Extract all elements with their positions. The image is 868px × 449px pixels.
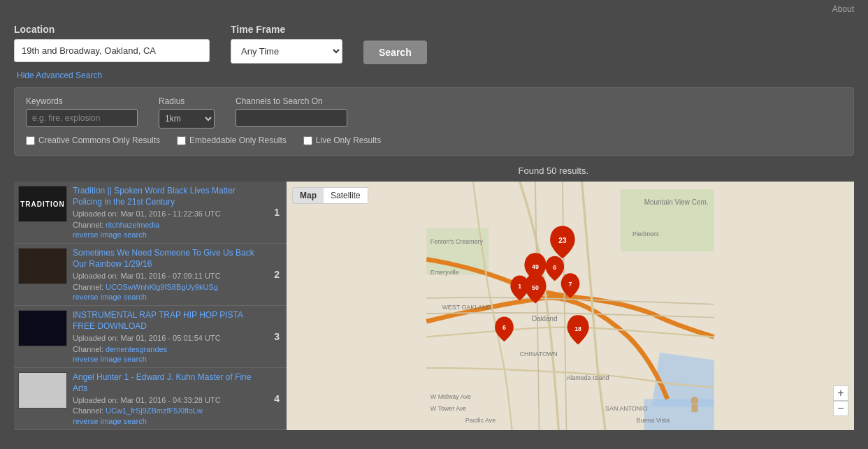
advanced-search-panel: Keywords Radius 1km 0.5km 2km 5km 10km C… — [14, 87, 854, 156]
svg-text:18: 18 — [574, 325, 581, 332]
list-item[interactable]: Sometimes We Need Someone To Give Us Bac… — [14, 244, 287, 306]
result-thumbnail: TRADITION — [18, 186, 67, 222]
svg-text:49: 49 — [532, 263, 539, 270]
result-title[interactable]: Angel Hunter 1 - Edward J. Kuhn Master o… — [73, 372, 264, 394]
creative-commons-label-text: Creative Commons Only Results — [38, 135, 160, 145]
svg-text:Piedmont: Piedmont — [632, 230, 659, 237]
embeddable-checkbox[interactable] — [177, 136, 186, 145]
result-channel-row: Channel: dementesgrandes — [73, 344, 264, 355]
svg-text:SAN ANTONIO: SAN ANTONIO — [605, 405, 648, 412]
zoom-out-button[interactable]: − — [833, 401, 848, 416]
result-number: 3 — [270, 331, 282, 342]
channels-field: Channels to Search On — [236, 96, 347, 127]
timeframe-field-group: Time Frame Any Time Past Hour Past Day P… — [231, 24, 342, 64]
svg-text:Fenton's Creamery: Fenton's Creamery — [431, 238, 484, 245]
result-channel-row: Channel: UCOSwWnhKlg9fS8BgUy9kUSg — [73, 282, 264, 293]
svg-text:50: 50 — [532, 284, 539, 291]
svg-text:6: 6 — [553, 264, 556, 271]
thumb-label: TRADITION — [20, 200, 64, 208]
search-top-area: Location Time Frame Any Time Past Hour P… — [14, 24, 854, 64]
svg-text:Pacific Ave: Pacific Ave — [465, 417, 496, 424]
reverse-image-search-link[interactable]: reverse image search — [73, 417, 264, 425]
results-list: TRADITION Tradition || Spoken Word Black… — [14, 182, 287, 430]
result-title[interactable]: Sometimes We Need Someone To Give Us Bac… — [73, 248, 264, 270]
svg-text:Buena Vista: Buena Vista — [637, 417, 670, 424]
result-thumbnail — [18, 248, 67, 284]
keywords-input[interactable] — [26, 109, 138, 127]
list-item[interactable]: TRADITION Tradition || Spoken Word Black… — [14, 182, 287, 244]
timeframe-select[interactable]: Any Time Past Hour Past Day Past Week Pa… — [231, 39, 342, 64]
svg-text:Alameda Island: Alameda Island — [566, 374, 609, 381]
result-info: INSTRUMENTAL RAP TRAP HIP HOP PISTA FREE… — [73, 310, 264, 363]
radius-select[interactable]: 1km 0.5km 2km 5km 10km — [159, 109, 215, 128]
timeframe-label: Time Frame — [231, 24, 342, 35]
embeddable-label-text: Embeddable Only Results — [189, 135, 287, 145]
result-title[interactable]: Tradition || Spoken Word Black Lives Mat… — [73, 186, 264, 207]
svg-rect-33 — [691, 404, 697, 412]
svg-text:Emeryville: Emeryville — [431, 269, 459, 276]
result-title[interactable]: INSTRUMENTAL RAP TRAP HIP HOP PISTA FREE… — [73, 310, 264, 332]
map-view-button[interactable]: Map — [293, 188, 324, 203]
reverse-image-search-link[interactable]: reverse image search — [73, 293, 264, 301]
result-thumbnail — [18, 372, 67, 408]
embeddable-checkbox-label[interactable]: Embeddable Only Results — [177, 135, 287, 145]
keywords-label: Keywords — [26, 96, 138, 106]
svg-text:Oakland: Oakland — [531, 315, 557, 323]
svg-text:CHINATOWN: CHINATOWN — [520, 351, 558, 358]
map-area[interactable]: Map Satellite — [287, 182, 854, 430]
creative-commons-checkbox-label[interactable]: Creative Commons Only Results — [26, 135, 160, 145]
result-info: Sometimes We Need Someone To Give Us Bac… — [73, 248, 264, 301]
radius-field: Radius 1km 0.5km 2km 5km 10km — [159, 96, 215, 128]
about-section: About — [0, 0, 868, 17]
creative-commons-checkbox[interactable] — [26, 136, 35, 145]
live-only-checkbox-label[interactable]: Live Only Results — [303, 135, 381, 145]
result-info: Angel Hunter 1 - Edward J. Kuhn Master o… — [73, 372, 264, 425]
map-controls: Map Satellite — [292, 187, 368, 204]
live-only-label-text: Live Only Results — [316, 135, 381, 145]
list-item[interactable]: Angel Hunter 1 - Edward J. Kuhn Master o… — [14, 368, 287, 430]
results-count: Found 50 results. — [14, 165, 854, 176]
result-channel-link[interactable]: UCw1_frSj9ZBmzfF5XlfloLw — [106, 406, 203, 415]
hide-advanced-link[interactable]: Hide Advanced Search — [17, 71, 102, 80]
result-uploaded: Uploaded on: Mar 01, 2016 - 04:33:28 UTC — [73, 395, 264, 406]
map-zoom-controls: + − — [833, 385, 848, 416]
channels-input[interactable] — [236, 109, 347, 127]
map-svg: Mountain View Cem. Piedmont Emeryville F… — [287, 182, 854, 430]
keywords-field: Keywords — [26, 96, 138, 127]
result-info: Tradition || Spoken Word Black Lives Mat… — [73, 186, 264, 239]
live-only-checkbox[interactable] — [303, 136, 312, 145]
svg-text:6: 6 — [502, 324, 506, 331]
svg-text:23: 23 — [558, 237, 567, 244]
svg-text:1: 1 — [518, 283, 521, 290]
list-item[interactable]: INSTRUMENTAL RAP TRAP HIP HOP PISTA FREE… — [14, 306, 287, 368]
result-channel-link[interactable]: UCOSwWnhKlg9fS8BgUy9kUSg — [106, 283, 218, 291]
advanced-toggle-row: Hide Advanced Search — [14, 70, 854, 80]
location-input[interactable] — [14, 39, 210, 62]
result-thumbnail — [18, 310, 67, 346]
reverse-image-search-link[interactable]: reverse image search — [73, 355, 264, 363]
advanced-row-1: Keywords Radius 1km 0.5km 2km 5km 10km C… — [26, 96, 842, 128]
radius-label: Radius — [159, 96, 215, 106]
reverse-image-search-link[interactable]: reverse image search — [73, 230, 264, 239]
result-number: 1 — [270, 207, 282, 218]
result-channel-row: Channel: UCw1_frSj9ZBmzfF5XlfloLw — [73, 406, 264, 416]
satellite-view-button[interactable]: Satellite — [324, 188, 368, 203]
svg-text:W Tower Ave: W Tower Ave — [431, 405, 467, 412]
zoom-in-button[interactable]: + — [833, 385, 848, 401]
search-button[interactable]: Search — [363, 41, 427, 64]
svg-text:W Midway Ave: W Midway Ave — [431, 393, 471, 400]
result-channel-link[interactable]: dementesgrandes — [106, 345, 167, 353]
about-link[interactable]: About — [832, 4, 854, 14]
result-uploaded: Uploaded on: Mar 01, 2016 - 07:09:11 UTC — [73, 271, 264, 281]
results-map-area: TRADITION Tradition || Spoken Word Black… — [14, 182, 854, 430]
channels-label: Channels to Search On — [236, 96, 347, 106]
main-content: Location Time Frame Any Time Past Hour P… — [0, 17, 868, 437]
result-channel-row: Channel: ritchhazelmedia — [73, 220, 264, 230]
result-uploaded: Uploaded on: Mar 01, 2016 - 05:01:54 UTC — [73, 333, 264, 344]
svg-text:7: 7 — [569, 281, 572, 288]
result-number: 2 — [270, 269, 282, 280]
location-field-group: Location — [14, 24, 210, 62]
result-channel-link[interactable]: ritchhazelmedia — [106, 221, 159, 229]
location-label: Location — [14, 24, 210, 35]
result-number: 4 — [270, 393, 282, 404]
